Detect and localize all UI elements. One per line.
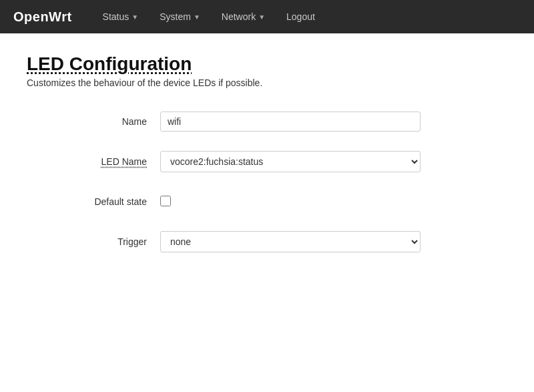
nav-network-label: Network <box>222 11 256 22</box>
led-config-form: Name LED Name vocore2:fuchsia:status Def… <box>27 108 507 255</box>
default-state-checkbox[interactable] <box>160 196 171 206</box>
nav-link-network[interactable]: Network ▼ <box>211 0 276 33</box>
name-label: Name <box>27 116 160 127</box>
form-row-led-name: LED Name vocore2:fuchsia:status <box>27 148 507 175</box>
led-name-select[interactable]: vocore2:fuchsia:status <box>160 151 421 172</box>
nav-menu: Status ▼ System ▼ Network ▼ Logout <box>92 0 326 33</box>
nav-system-label: System <box>160 11 191 22</box>
nav-item-logout: Logout <box>276 0 326 33</box>
name-input[interactable] <box>160 112 421 132</box>
page-title: LED Configuration <box>27 53 507 75</box>
main-content: LED Configuration Customizes the behavio… <box>0 33 534 392</box>
nav-item-network: Network ▼ <box>211 0 276 33</box>
trigger-select-wrapper: none <box>160 231 421 252</box>
nav-status-caret: ▼ <box>131 13 138 21</box>
trigger-label: Trigger <box>27 236 160 247</box>
nav-item-system: System ▼ <box>149 0 211 33</box>
form-row-trigger: Trigger none <box>27 228 507 255</box>
nav-link-status[interactable]: Status ▼ <box>92 0 150 33</box>
nav-network-caret: ▼ <box>258 13 265 21</box>
led-name-label-text: LED Name <box>101 156 147 167</box>
default-state-label: Default state <box>27 196 160 207</box>
brand-logo[interactable]: OpenWrt <box>13 9 72 25</box>
form-row-default-state: Default state <box>27 188 507 215</box>
nav-status-label: Status <box>103 11 129 22</box>
nav-item-status: Status ▼ <box>92 0 150 33</box>
led-name-label: LED Name <box>27 156 160 167</box>
default-state-checkbox-wrapper <box>160 196 421 208</box>
name-input-wrapper <box>160 112 421 132</box>
page-description: Customizes the behaviour of the device L… <box>27 77 507 88</box>
nav-system-caret: ▼ <box>194 13 200 21</box>
nav-link-logout[interactable]: Logout <box>276 0 326 33</box>
trigger-select[interactable]: none <box>160 231 421 252</box>
nav-link-system[interactable]: System ▼ <box>149 0 211 33</box>
form-row-name: Name <box>27 108 507 135</box>
led-name-select-wrapper: vocore2:fuchsia:status <box>160 151 421 172</box>
navbar: OpenWrt Status ▼ System ▼ Network ▼ Logo… <box>0 0 534 33</box>
